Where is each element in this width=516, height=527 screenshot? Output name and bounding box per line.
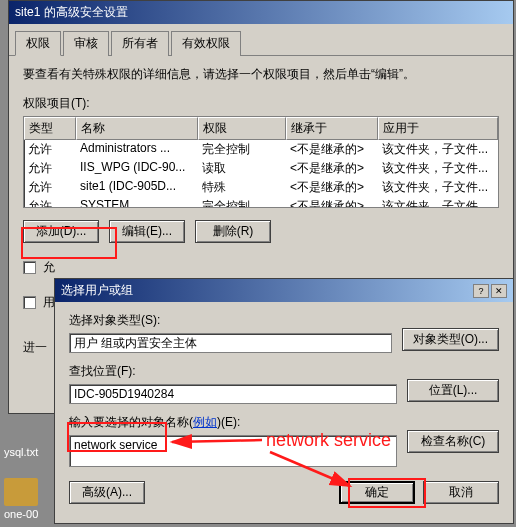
sub-title: 选择用户或组 — [61, 282, 133, 299]
remove-button[interactable]: 删除(R) — [195, 220, 271, 243]
table-cell: 完全控制 — [198, 197, 286, 208]
example-link[interactable]: 例如 — [193, 415, 217, 429]
advanced-button[interactable]: 高级(A)... — [69, 481, 145, 504]
desktop-folder-label: one-00 — [4, 508, 38, 520]
processing-label: 进一 — [23, 340, 47, 354]
desktop-folder-icon[interactable] — [4, 478, 38, 506]
table-cell: 该文件夹，子文件... — [378, 140, 498, 159]
table-cell: 读取 — [198, 159, 286, 178]
col-name[interactable]: 名称 — [76, 117, 198, 140]
table-cell: 允许 — [24, 159, 76, 178]
tab-effective[interactable]: 有效权限 — [171, 31, 241, 56]
table-cell: IIS_WPG (IDC-90... — [76, 159, 198, 178]
edit-button[interactable]: 编辑(E)... — [109, 220, 185, 243]
inherit-label-partial: 允 — [43, 260, 55, 274]
table-cell: Administrators ... — [76, 140, 198, 159]
names-label: 输入要选择的对象名称(例如)(E): — [69, 414, 397, 431]
select-user-group-dialog: 选择用户或组 ? ✕ 选择对象类型(S): 对象类型(O)... 查找位置(F)… — [54, 278, 514, 524]
table-cell: 该文件夹，子文件... — [378, 197, 498, 208]
location-field — [69, 384, 397, 404]
col-inherit[interactable]: 继承于 — [286, 117, 378, 140]
col-perm[interactable]: 权限 — [198, 117, 286, 140]
sub-titlebar[interactable]: 选择用户或组 ? ✕ — [55, 279, 513, 302]
object-type-label: 选择对象类型(S): — [69, 312, 392, 329]
table-cell: SYSTEM — [76, 197, 198, 208]
table-cell: 完全控制 — [198, 140, 286, 159]
table-cell: <不是继承的> — [286, 178, 378, 197]
check-names-button[interactable]: 检查名称(C) — [407, 430, 499, 453]
table-cell: 允许 — [24, 197, 76, 208]
permission-listview[interactable]: 类型 名称 权限 继承于 应用于 允许Administrators ...完全控… — [23, 116, 499, 208]
location-label: 查找位置(F): — [69, 363, 397, 380]
main-title: site1 的高级安全设置 — [15, 4, 128, 21]
object-type-field — [69, 333, 392, 353]
locations-button[interactable]: 位置(L)... — [407, 379, 499, 402]
col-type[interactable]: 类型 — [24, 117, 76, 140]
table-cell: <不是继承的> — [286, 140, 378, 159]
cancel-button[interactable]: 取消 — [423, 481, 499, 504]
close-icon[interactable]: ✕ — [491, 284, 507, 298]
help-icon[interactable]: ? — [473, 284, 489, 298]
table-cell: <不是继承的> — [286, 197, 378, 208]
table-row[interactable]: 允许SYSTEM完全控制<不是继承的>该文件夹，子文件... — [24, 197, 498, 208]
table-cell: 允许 — [24, 140, 76, 159]
table-cell: 特殊 — [198, 178, 286, 197]
ok-button[interactable]: 确定 — [339, 481, 415, 504]
table-cell: 该文件夹，子文件... — [378, 159, 498, 178]
table-cell: 允许 — [24, 178, 76, 197]
object-types-button[interactable]: 对象类型(O)... — [402, 328, 499, 351]
replace-checkbox[interactable] — [23, 296, 36, 309]
tab-strip: 权限 审核 所有者 有效权限 — [9, 24, 513, 56]
intro-text: 要查看有关特殊权限的详细信息，请选择一个权限项目，然后单击“编辑”。 — [23, 66, 499, 83]
add-button[interactable]: 添加(D)... — [23, 220, 99, 243]
main-titlebar[interactable]: site1 的高级安全设置 — [9, 1, 513, 24]
list-label: 权限项目(T): — [23, 95, 499, 112]
col-apply[interactable]: 应用于 — [378, 117, 498, 140]
tab-owner[interactable]: 所有者 — [111, 31, 169, 56]
desktop-file-label: ysql.txt — [4, 446, 38, 458]
table-cell: <不是继承的> — [286, 159, 378, 178]
tab-permissions[interactable]: 权限 — [15, 31, 61, 56]
table-cell: 该文件夹，子文件... — [378, 178, 498, 197]
tab-audit[interactable]: 审核 — [63, 31, 109, 56]
table-cell: site1 (IDC-905D... — [76, 178, 198, 197]
table-row[interactable]: 允许Administrators ...完全控制<不是继承的>该文件夹，子文件.… — [24, 140, 498, 159]
inherit-checkbox[interactable] — [23, 261, 36, 274]
table-row[interactable]: 允许IIS_WPG (IDC-90...读取<不是继承的>该文件夹，子文件... — [24, 159, 498, 178]
table-row[interactable]: 允许site1 (IDC-905D...特殊<不是继承的>该文件夹，子文件... — [24, 178, 498, 197]
object-names-input[interactable] — [69, 435, 397, 467]
